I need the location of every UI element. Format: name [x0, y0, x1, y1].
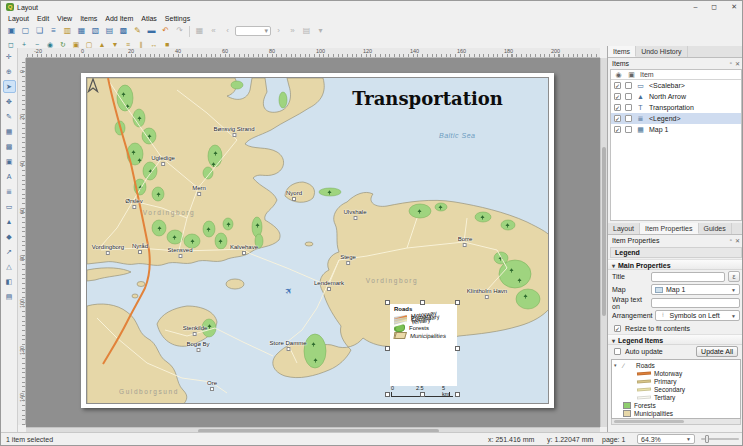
close-panel-icon[interactable]: ✕: [735, 237, 740, 244]
zoom-level-combo[interactable]: 64.3% ▼: [637, 434, 695, 444]
data-defined-override-button[interactable]: ε: [728, 271, 740, 282]
legend-item[interactable]: Roads Motorway Primary: [390, 304, 457, 386]
map-select[interactable]: Map 1 ▼: [651, 284, 740, 295]
zoom-slider-handle[interactable]: [705, 435, 709, 443]
visibility-checkbox[interactable]: ✓: [614, 104, 621, 111]
pan-layout-icon[interactable]: ✛: [3, 50, 16, 63]
wrap-text-input[interactable]: [651, 298, 740, 308]
menu-item[interactable]: Items: [76, 14, 101, 23]
legend-items-section[interactable]: ▾Legend Items: [608, 334, 743, 345]
legend-tree-row[interactable]: Forests: [614, 401, 738, 409]
lock-checkbox[interactable]: [625, 126, 632, 133]
menu-item[interactable]: Layout: [4, 14, 33, 23]
edit-nodes-item-icon[interactable]: ✎: [3, 110, 16, 123]
layout-manager-icon[interactable]: ≡: [47, 25, 60, 38]
add-label-icon[interactable]: A: [3, 170, 16, 183]
layout-page[interactable]: Transportation Baltic Sea VordingborgVor…: [81, 73, 554, 408]
update-all-button[interactable]: Update All: [696, 346, 738, 357]
resize-fit-checkbox[interactable]: ✓: [614, 325, 621, 332]
menu-item[interactable]: Edit: [33, 14, 53, 23]
tree-horizontal-scrollbar[interactable]: [611, 419, 741, 425]
north-arrow-item[interactable]: [87, 78, 99, 93]
legend-title-input[interactable]: [651, 272, 725, 282]
menu-item[interactable]: View: [53, 14, 76, 23]
save-project-icon[interactable]: ▣: [5, 25, 18, 38]
maximize-button[interactable]: ◻: [711, 3, 717, 11]
lock-checkbox[interactable]: [625, 93, 632, 100]
layout-item-row[interactable]: ✓ ▦ Map 1: [611, 124, 741, 135]
menu-item[interactable]: Settings: [161, 14, 194, 23]
selection-handle[interactable]: [455, 392, 460, 397]
layout-item-row[interactable]: ✓ T Transportation: [611, 102, 741, 113]
undo-icon[interactable]: ↶: [159, 25, 172, 38]
selection-handle[interactable]: [420, 300, 425, 305]
add-items-from-template-icon[interactable]: ▧: [89, 25, 102, 38]
add-arrow-icon[interactable]: ↗: [3, 245, 16, 258]
atlas-print-icon[interactable]: ▤: [300, 25, 313, 38]
duplicate-layout-icon[interactable]: ❏: [33, 25, 46, 38]
legend-tree-row[interactable]: Primary: [614, 377, 738, 385]
panel-tab[interactable]: Undo History: [636, 46, 687, 57]
export-as-pdf-icon[interactable]: ▬: [145, 25, 158, 38]
visibility-checkbox[interactable]: ✓: [614, 115, 621, 122]
map-title-label[interactable]: Transportation: [335, 88, 520, 109]
arrangement-select[interactable]: ⦙ Symbols on Left ▼: [655, 310, 740, 321]
visibility-checkbox[interactable]: ✓: [614, 82, 621, 89]
lock-checkbox[interactable]: [625, 82, 632, 89]
lock-checkbox[interactable]: [625, 115, 632, 122]
panel-tab[interactable]: Layout: [608, 223, 640, 234]
panel-tab[interactable]: Guides: [699, 223, 732, 234]
selection-handle[interactable]: [455, 300, 460, 305]
atlas-previous-feature-icon[interactable]: ‹: [221, 25, 234, 38]
add-3d-map-icon[interactable]: ▩: [3, 140, 16, 153]
save-as-template-icon[interactable]: ▦: [75, 25, 88, 38]
panel-tab[interactable]: Item Properties: [640, 223, 698, 234]
add-north-arrow-icon[interactable]: ▲: [3, 215, 16, 228]
legend-tree-row[interactable]: Tertiary: [614, 393, 738, 401]
selection-handle[interactable]: [455, 346, 460, 351]
zoom-tool-icon[interactable]: ⊕: [3, 65, 16, 78]
add-attribute-table-icon[interactable]: ▤: [3, 290, 16, 303]
legend-tree-row[interactable]: Motorway: [614, 369, 738, 377]
atlas-preview-icon[interactable]: ▦: [193, 25, 206, 38]
menu-item[interactable]: Atlas: [137, 14, 161, 23]
main-properties-section[interactable]: ▾Main Properties: [608, 259, 743, 270]
move-item-content-icon[interactable]: ✥: [3, 95, 16, 108]
legend-tree-row[interactable]: ▾ ∕ Roads: [614, 361, 738, 369]
legend-tree-row[interactable]: Municipalities: [614, 409, 738, 417]
layout-item-row[interactable]: ✓ ≣ <Legend>: [611, 113, 741, 124]
export-as-image-icon[interactable]: ▩: [117, 25, 130, 38]
selection-handle[interactable]: [420, 392, 425, 397]
lock-checkbox[interactable]: [625, 104, 632, 111]
minimize-button[interactable]: –: [693, 3, 697, 11]
vertical-scrollbar[interactable]: [600, 58, 607, 427]
atlas-first-feature-icon[interactable]: «: [207, 25, 220, 38]
close-panel-icon[interactable]: ✕: [735, 60, 740, 67]
print-layout-icon[interactable]: ▤: [103, 25, 116, 38]
select-move-item-icon[interactable]: ➤: [3, 80, 16, 93]
close-button[interactable]: ✕: [731, 3, 737, 11]
float-panel-icon[interactable]: ▫: [730, 237, 732, 244]
visibility-checkbox[interactable]: ✓: [614, 93, 621, 100]
add-map-icon[interactable]: ▦: [3, 125, 16, 138]
add-picture-icon[interactable]: ▣: [3, 155, 16, 168]
visibility-checkbox[interactable]: ✓: [614, 126, 621, 133]
atlas-feature-combo[interactable]: ▾: [235, 26, 271, 36]
selection-handle[interactable]: [385, 300, 390, 305]
auto-update-checkbox[interactable]: [614, 348, 621, 355]
add-legend-icon[interactable]: ≣: [3, 185, 16, 198]
panel-tab[interactable]: Items: [608, 46, 636, 57]
selection-handle[interactable]: [385, 392, 390, 397]
legend-tree-row[interactable]: Secondary: [614, 385, 738, 393]
zoom-slider[interactable]: [701, 438, 739, 440]
menu-item[interactable]: Add Item: [101, 14, 137, 23]
add-scalebar-icon[interactable]: ▭: [3, 200, 16, 213]
selection-handle[interactable]: [385, 346, 390, 351]
add-shape-icon[interactable]: ◆: [3, 230, 16, 243]
layout-item-row[interactable]: ✓ ▭ <Scalebar>: [611, 80, 741, 91]
add-html-icon[interactable]: ◧: [3, 275, 16, 288]
atlas-settings-icon[interactable]: ▾: [314, 25, 327, 38]
map-item[interactable]: Transportation Baltic Sea VordingborgVor…: [86, 77, 549, 404]
layout-canvas[interactable]: Transportation Baltic Sea VordingborgVor…: [26, 58, 600, 427]
expand-arrow-icon[interactable]: ▾: [614, 362, 620, 368]
